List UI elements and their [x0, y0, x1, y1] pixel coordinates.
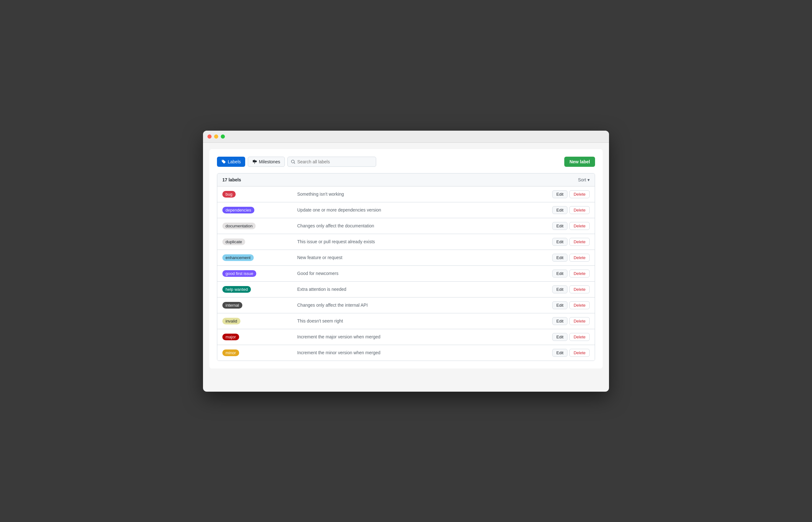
label-row: bugSomething isn't workingEditDelete	[217, 186, 595, 202]
chevron-down-icon: ▾	[588, 177, 590, 182]
label-badge: dependencies	[222, 207, 254, 214]
label-actions: EditDelete	[552, 333, 590, 341]
label-row: minorIncrement the minor version when me…	[217, 345, 595, 361]
labels-tab-button[interactable]: Labels	[217, 157, 245, 167]
label-actions: EditDelete	[552, 349, 590, 357]
delete-button[interactable]: Delete	[569, 206, 590, 214]
label-actions: EditDelete	[552, 285, 590, 293]
milestone-icon	[253, 160, 257, 164]
label-description: New feature or request	[292, 255, 552, 260]
window: Labels Milestones New label 17	[203, 130, 609, 392]
label-col: enhancement	[222, 254, 292, 261]
table-header: 17 labels Sort ▾	[217, 174, 595, 186]
label-row: documentationChanges only affect the doc…	[217, 218, 595, 234]
label-badge: bug	[222, 191, 236, 198]
label-badge: documentation	[222, 223, 256, 229]
edit-button[interactable]: Edit	[552, 238, 568, 246]
label-row: duplicateThis issue or pull request alre…	[217, 234, 595, 250]
search-box	[288, 157, 376, 167]
label-badge: minor	[222, 349, 239, 356]
edit-button[interactable]: Edit	[552, 285, 568, 293]
label-icon	[221, 160, 226, 164]
label-actions: EditDelete	[552, 254, 590, 262]
labels-count: 17 labels	[222, 177, 241, 182]
edit-button[interactable]: Edit	[552, 333, 568, 341]
label-badge: invalid	[222, 318, 240, 324]
edit-button[interactable]: Edit	[552, 190, 568, 198]
label-badge: duplicate	[222, 239, 245, 245]
new-label-button[interactable]: New label	[564, 157, 595, 167]
edit-button[interactable]: Edit	[552, 206, 568, 214]
label-badge: major	[222, 334, 239, 340]
label-description: This issue or pull request already exist…	[292, 239, 552, 244]
label-actions: EditDelete	[552, 190, 590, 198]
label-row: dependenciesUpdate one or more dependenc…	[217, 202, 595, 218]
sort-button[interactable]: Sort ▾	[578, 177, 590, 182]
label-col: documentation	[222, 223, 292, 229]
label-col: dependencies	[222, 207, 292, 214]
minimize-button[interactable]	[214, 135, 218, 139]
label-badge: enhancement	[222, 254, 254, 261]
label-row: majorIncrement the major version when me…	[217, 329, 595, 345]
delete-button[interactable]: Delete	[569, 301, 590, 309]
delete-button[interactable]: Delete	[569, 269, 590, 278]
label-row: enhancementNew feature or requestEditDel…	[217, 250, 595, 266]
toolbar: Labels Milestones New label	[217, 157, 595, 167]
label-description: Good for newcomers	[292, 271, 552, 276]
maximize-button[interactable]	[221, 135, 225, 139]
label-badge: good first issue	[222, 270, 256, 277]
main-content: Labels Milestones New label 17	[209, 149, 603, 368]
label-badge: internal	[222, 302, 242, 308]
edit-button[interactable]: Edit	[552, 349, 568, 357]
delete-button[interactable]: Delete	[569, 190, 590, 198]
delete-button[interactable]: Delete	[569, 238, 590, 246]
label-description: Changes only affect the internal API	[292, 303, 552, 308]
label-col: minor	[222, 349, 292, 356]
delete-button[interactable]: Delete	[569, 317, 590, 325]
label-actions: EditDelete	[552, 317, 590, 325]
edit-button[interactable]: Edit	[552, 269, 568, 278]
label-col: major	[222, 334, 292, 340]
search-icon	[291, 160, 295, 164]
label-col: help wanted	[222, 286, 292, 293]
label-row: internalChanges only affect the internal…	[217, 298, 595, 313]
close-button[interactable]	[207, 135, 212, 139]
label-col: bug	[222, 191, 292, 198]
label-description: Changes only affect the documentation	[292, 223, 552, 228]
milestones-tab-button[interactable]: Milestones	[248, 157, 285, 167]
label-description: Increment the minor version when merged	[292, 350, 552, 355]
labels-table: 17 labels Sort ▾ bugSomething isn't work…	[217, 173, 595, 361]
traffic-lights	[207, 135, 225, 139]
label-description: Increment the major version when merged	[292, 334, 552, 339]
label-actions: EditDelete	[552, 269, 590, 278]
delete-button[interactable]: Delete	[569, 349, 590, 357]
label-col: duplicate	[222, 239, 292, 245]
label-col: good first issue	[222, 270, 292, 277]
label-actions: EditDelete	[552, 238, 590, 246]
edit-button[interactable]: Edit	[552, 317, 568, 325]
delete-button[interactable]: Delete	[569, 222, 590, 230]
label-row: invalidThis doesn't seem rightEditDelete	[217, 313, 595, 329]
label-description: Something isn't working	[292, 192, 552, 197]
label-description: Update one or more dependencies version	[292, 207, 552, 213]
search-input[interactable]	[297, 159, 373, 164]
edit-button[interactable]: Edit	[552, 301, 568, 309]
label-actions: EditDelete	[552, 301, 590, 309]
titlebar	[203, 130, 609, 143]
delete-button[interactable]: Delete	[569, 285, 590, 293]
label-col: invalid	[222, 318, 292, 324]
label-col: internal	[222, 302, 292, 308]
label-description: Extra attention is needed	[292, 287, 552, 292]
edit-button[interactable]: Edit	[552, 254, 568, 262]
label-badge: help wanted	[222, 286, 251, 293]
label-row: help wantedExtra attention is neededEdit…	[217, 282, 595, 298]
label-description: This doesn't seem right	[292, 318, 552, 323]
label-row: good first issueGood for newcomersEditDe…	[217, 266, 595, 282]
delete-button[interactable]: Delete	[569, 254, 590, 262]
edit-button[interactable]: Edit	[552, 222, 568, 230]
label-actions: EditDelete	[552, 206, 590, 214]
delete-button[interactable]: Delete	[569, 333, 590, 341]
label-actions: EditDelete	[552, 222, 590, 230]
